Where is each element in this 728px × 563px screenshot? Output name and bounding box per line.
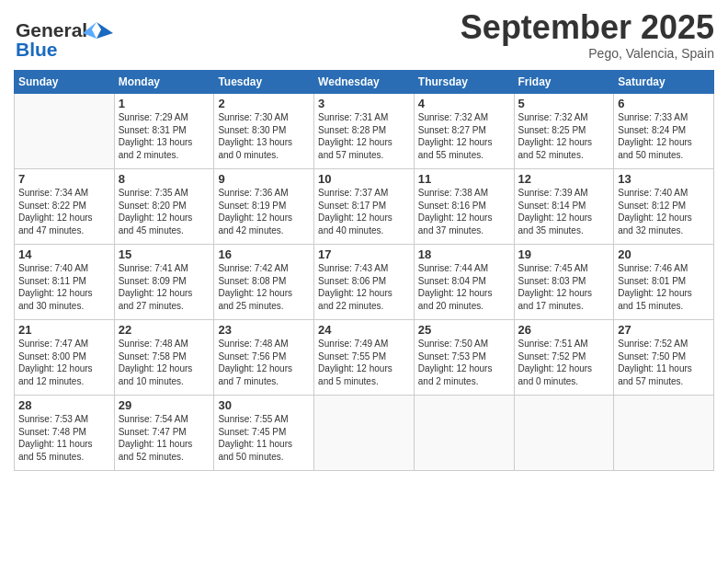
calendar-cell: 4Sunrise: 7:32 AMSunset: 8:27 PMDaylight… xyxy=(414,94,514,169)
day-number: 4 xyxy=(418,97,510,110)
calendar-cell: 21Sunrise: 7:47 AMSunset: 8:00 PMDayligh… xyxy=(15,320,115,396)
col-wednesday: Wednesday xyxy=(314,71,415,94)
day-number: 1 xyxy=(119,97,210,110)
week-row-1: 7Sunrise: 7:34 AMSunset: 8:22 PMDaylight… xyxy=(15,169,714,245)
day-number: 20 xyxy=(618,247,710,261)
calendar-table: Sunday Monday Tuesday Wednesday Thursday… xyxy=(14,70,714,471)
day-info: Sunrise: 7:36 AMSunset: 8:19 PMDaylight:… xyxy=(218,187,310,236)
day-info: Sunrise: 7:30 AMSunset: 8:30 PMDaylight:… xyxy=(218,111,310,161)
svg-text:General: General xyxy=(16,19,87,40)
day-info: Sunrise: 7:33 AMSunset: 8:24 PMDaylight:… xyxy=(618,111,710,161)
week-row-3: 21Sunrise: 7:47 AMSunset: 8:00 PMDayligh… xyxy=(15,320,714,396)
day-number: 7 xyxy=(18,172,110,186)
title-block: September 2025 Pego, Valencia, Spain xyxy=(461,9,714,61)
week-row-0: 1Sunrise: 7:29 AMSunset: 8:31 PMDaylight… xyxy=(15,94,714,169)
day-number: 24 xyxy=(318,323,410,337)
calendar-cell: 1Sunrise: 7:29 AMSunset: 8:31 PMDaylight… xyxy=(114,94,214,169)
svg-marker-2 xyxy=(97,22,113,39)
calendar-cell xyxy=(314,396,415,471)
day-number: 19 xyxy=(518,247,610,261)
svg-text:Blue: Blue xyxy=(16,39,58,60)
day-info: Sunrise: 7:53 AMSunset: 7:48 PMDaylight:… xyxy=(18,413,110,463)
calendar-body: 1Sunrise: 7:29 AMSunset: 8:31 PMDaylight… xyxy=(15,94,714,471)
day-info: Sunrise: 7:48 AMSunset: 7:56 PMDaylight:… xyxy=(218,338,310,387)
col-thursday: Thursday xyxy=(414,71,514,94)
day-info: Sunrise: 7:29 AMSunset: 8:31 PMDaylight:… xyxy=(119,111,210,161)
day-info: Sunrise: 7:44 AMSunset: 8:04 PMDaylight:… xyxy=(418,262,510,312)
day-info: Sunrise: 7:45 AMSunset: 8:03 PMDaylight:… xyxy=(518,262,610,312)
day-info: Sunrise: 7:34 AMSunset: 8:22 PMDaylight:… xyxy=(18,187,110,236)
calendar-cell: 5Sunrise: 7:32 AMSunset: 8:25 PMDaylight… xyxy=(514,94,614,169)
calendar-cell: 30Sunrise: 7:55 AMSunset: 7:45 PMDayligh… xyxy=(214,396,314,471)
day-number: 11 xyxy=(418,172,510,186)
day-info: Sunrise: 7:35 AMSunset: 8:20 PMDaylight:… xyxy=(119,187,210,236)
day-number: 14 xyxy=(18,247,110,261)
day-number: 30 xyxy=(218,398,310,412)
calendar-cell: 19Sunrise: 7:45 AMSunset: 8:03 PMDayligh… xyxy=(514,245,614,320)
day-info: Sunrise: 7:37 AMSunset: 8:17 PMDaylight:… xyxy=(318,187,410,236)
day-info: Sunrise: 7:47 AMSunset: 8:00 PMDaylight:… xyxy=(18,338,110,387)
day-info: Sunrise: 7:41 AMSunset: 8:09 PMDaylight:… xyxy=(119,262,210,312)
col-monday: Monday xyxy=(114,71,214,94)
day-number: 16 xyxy=(218,247,310,261)
day-number: 15 xyxy=(119,247,210,261)
header: General Blue September 2025 Pego, Valenc… xyxy=(14,9,714,64)
day-info: Sunrise: 7:39 AMSunset: 8:14 PMDaylight:… xyxy=(518,187,610,236)
day-number: 12 xyxy=(518,172,610,186)
calendar-cell: 17Sunrise: 7:43 AMSunset: 8:06 PMDayligh… xyxy=(314,245,415,320)
calendar-cell: 9Sunrise: 7:36 AMSunset: 8:19 PMDaylight… xyxy=(214,169,314,245)
day-number: 5 xyxy=(518,97,610,110)
calendar-cell xyxy=(414,396,514,471)
day-info: Sunrise: 7:46 AMSunset: 8:01 PMDaylight:… xyxy=(618,262,710,312)
day-number: 17 xyxy=(318,247,410,261)
page: General Blue September 2025 Pego, Valenc… xyxy=(0,0,728,563)
col-tuesday: Tuesday xyxy=(214,71,314,94)
calendar-cell: 25Sunrise: 7:50 AMSunset: 7:53 PMDayligh… xyxy=(414,320,514,396)
logo-svg: General Blue xyxy=(14,13,115,61)
day-info: Sunrise: 7:38 AMSunset: 8:16 PMDaylight:… xyxy=(418,187,510,236)
logo: General Blue xyxy=(14,13,115,64)
header-row: Sunday Monday Tuesday Wednesday Thursday… xyxy=(15,71,714,94)
day-number: 21 xyxy=(18,323,110,337)
day-info: Sunrise: 7:32 AMSunset: 8:25 PMDaylight:… xyxy=(518,111,610,161)
day-number: 18 xyxy=(418,247,510,261)
week-row-4: 28Sunrise: 7:53 AMSunset: 7:48 PMDayligh… xyxy=(15,396,714,471)
calendar-cell: 6Sunrise: 7:33 AMSunset: 8:24 PMDaylight… xyxy=(614,94,714,169)
calendar-cell xyxy=(614,396,714,471)
day-info: Sunrise: 7:51 AMSunset: 7:52 PMDaylight:… xyxy=(518,338,610,387)
calendar-cell xyxy=(514,396,614,471)
calendar-cell xyxy=(15,94,115,169)
day-number: 23 xyxy=(218,323,310,337)
calendar-cell: 24Sunrise: 7:49 AMSunset: 7:55 PMDayligh… xyxy=(314,320,415,396)
day-number: 26 xyxy=(518,323,610,337)
day-number: 10 xyxy=(318,172,410,186)
day-number: 3 xyxy=(318,97,410,110)
day-number: 8 xyxy=(119,172,210,186)
calendar-cell: 16Sunrise: 7:42 AMSunset: 8:08 PMDayligh… xyxy=(214,245,314,320)
day-info: Sunrise: 7:31 AMSunset: 8:28 PMDaylight:… xyxy=(318,111,410,161)
day-number: 22 xyxy=(119,323,210,337)
calendar-cell: 28Sunrise: 7:53 AMSunset: 7:48 PMDayligh… xyxy=(15,396,115,471)
day-info: Sunrise: 7:43 AMSunset: 8:06 PMDaylight:… xyxy=(318,262,410,312)
calendar-cell: 29Sunrise: 7:54 AMSunset: 7:47 PMDayligh… xyxy=(114,396,214,471)
day-info: Sunrise: 7:32 AMSunset: 8:27 PMDaylight:… xyxy=(418,111,510,161)
col-saturday: Saturday xyxy=(614,71,714,94)
day-info: Sunrise: 7:52 AMSunset: 7:50 PMDaylight:… xyxy=(618,338,710,387)
day-number: 29 xyxy=(119,398,210,412)
day-info: Sunrise: 7:48 AMSunset: 7:58 PMDaylight:… xyxy=(119,338,210,387)
calendar-cell: 27Sunrise: 7:52 AMSunset: 7:50 PMDayligh… xyxy=(614,320,714,396)
calendar-cell: 11Sunrise: 7:38 AMSunset: 8:16 PMDayligh… xyxy=(414,169,514,245)
logo-content: General Blue xyxy=(14,13,115,64)
calendar-cell: 14Sunrise: 7:40 AMSunset: 8:11 PMDayligh… xyxy=(15,245,115,320)
day-number: 25 xyxy=(418,323,510,337)
day-number: 13 xyxy=(618,172,710,186)
col-sunday: Sunday xyxy=(15,71,115,94)
calendar-cell: 22Sunrise: 7:48 AMSunset: 7:58 PMDayligh… xyxy=(114,320,214,396)
calendar-cell: 20Sunrise: 7:46 AMSunset: 8:01 PMDayligh… xyxy=(614,245,714,320)
day-info: Sunrise: 7:49 AMSunset: 7:55 PMDaylight:… xyxy=(318,338,410,387)
day-info: Sunrise: 7:40 AMSunset: 8:12 PMDaylight:… xyxy=(618,187,710,236)
day-number: 28 xyxy=(18,398,110,412)
calendar-cell: 15Sunrise: 7:41 AMSunset: 8:09 PMDayligh… xyxy=(114,245,214,320)
calendar-cell: 26Sunrise: 7:51 AMSunset: 7:52 PMDayligh… xyxy=(514,320,614,396)
day-info: Sunrise: 7:40 AMSunset: 8:11 PMDaylight:… xyxy=(18,262,110,312)
